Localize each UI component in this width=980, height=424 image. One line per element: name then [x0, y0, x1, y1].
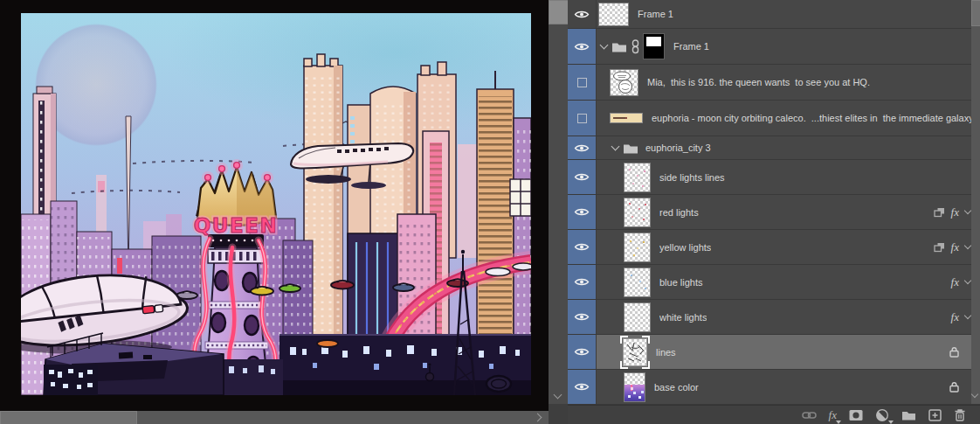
layer-thumbnail[interactable]: [624, 198, 651, 227]
selected-thumbnail-frame: [620, 336, 650, 369]
visibility-toggle[interactable]: [568, 230, 597, 264]
eye-icon: [574, 143, 590, 153]
chevron-down-icon[interactable]: [964, 207, 971, 214]
line-art-sketch: [624, 339, 646, 365]
folder-icon: [623, 142, 638, 154]
canvas-vertical-scrollbar[interactable]: [549, 0, 568, 404]
new-group-button[interactable]: [901, 409, 916, 421]
visibility-toggle[interactable]: [568, 335, 597, 369]
panel-scrollbar-thumb[interactable]: [971, 0, 980, 26]
layer-name[interactable]: blue lights: [659, 277, 703, 288]
eye-icon: [574, 242, 590, 252]
scroll-right-icon[interactable]: [534, 414, 542, 422]
layer-row-blue-lights[interactable]: blue lights fx: [568, 265, 980, 300]
fx-badge[interactable]: fx: [951, 205, 959, 219]
link-icon: [802, 410, 817, 421]
copy-style-icon[interactable]: [934, 242, 945, 253]
trash-icon: [954, 408, 966, 421]
queen-neon-sign: QUEEN: [194, 214, 278, 237]
new-layer-button[interactable]: [928, 409, 942, 421]
layer-name[interactable]: side lights lines: [659, 172, 725, 183]
layer-name[interactable]: lines: [656, 347, 676, 358]
sketch-doodle: [611, 70, 638, 95]
layer-thumbnail[interactable]: [623, 338, 647, 366]
app-window: QUEEN QUEEN: [0, 0, 980, 424]
layer-name[interactable]: euphoria - moon city orbiting caleco. ..…: [652, 113, 976, 123]
lock-icon[interactable]: [949, 381, 959, 393]
layer-row-lines-selected[interactable]: lines: [568, 335, 980, 370]
delete-layer-button[interactable]: [954, 408, 966, 421]
visibility-toggle[interactable]: [568, 65, 597, 100]
layer-thumbnail[interactable]: [624, 302, 651, 332]
layer-thumbnail[interactable]: [598, 3, 629, 26]
folder-icon: [901, 409, 916, 421]
mask-icon: [849, 409, 863, 421]
layer-row-frame1-group[interactable]: Frame 1: [568, 29, 980, 65]
layers-panel-scrollbar[interactable]: [971, 0, 980, 404]
layer-name[interactable]: euphoria_city 3: [645, 142, 711, 153]
adjustment-layer-button[interactable]: [875, 408, 889, 422]
artwork-canvas[interactable]: QUEEN QUEEN: [21, 13, 531, 395]
layer-row-side-lights-lines[interactable]: side lights lines: [568, 160, 980, 195]
chevron-down-icon[interactable]: [611, 142, 620, 151]
visibility-toggle[interactable]: [568, 370, 597, 404]
eye-icon: [574, 312, 590, 322]
visibility-toggle[interactable]: [568, 195, 597, 229]
layer-style-button[interactable]: fx: [829, 408, 837, 422]
v-scrollbar-thumb[interactable]: [549, 0, 569, 24]
plus-square-icon: [928, 409, 942, 421]
lock-icon[interactable]: [949, 346, 959, 358]
link-layers-button[interactable]: [802, 410, 817, 421]
eye-icon: [574, 207, 590, 217]
layers-panel: Frame 1 Frame 1: [568, 0, 980, 424]
city-illustration: QUEEN QUEEN: [21, 13, 531, 395]
layer-row-white-lights[interactable]: white lights fx: [568, 300, 980, 335]
layer-name[interactable]: base color: [654, 382, 699, 393]
chevron-down-icon[interactable]: [964, 277, 971, 284]
scroll-down-icon[interactable]: [554, 391, 562, 400]
eye-icon: [574, 277, 590, 287]
layers-panel-toolbar: fx: [568, 405, 980, 424]
add-mask-button[interactable]: [849, 409, 863, 421]
canvas-pasteboard[interactable]: QUEEN QUEEN: [0, 0, 549, 424]
eye-icon: [574, 347, 590, 357]
layer-row-mia-text[interactable]: Mia, this is 916. the queen wants to see…: [568, 65, 980, 101]
fx-badge[interactable]: fx: [951, 275, 959, 289]
layer-thumbnail[interactable]: [624, 163, 651, 192]
layer-thumbnail[interactable]: [624, 372, 645, 402]
visibility-toggle[interactable]: [568, 265, 597, 299]
layer-name[interactable]: red lights: [659, 207, 699, 218]
copy-style-icon[interactable]: [934, 207, 945, 218]
fx-badge[interactable]: fx: [951, 240, 959, 254]
eye-icon: [574, 10, 590, 19]
layer-row-yellow-lights[interactable]: yellow lights fx: [568, 230, 980, 265]
layer-row-red-lights[interactable]: red lights fx: [568, 195, 980, 230]
visibility-toggle[interactable]: [568, 29, 597, 64]
layer-row-euphoria-text[interactable]: euphoria - moon city orbiting caleco. ..…: [568, 101, 980, 136]
visibility-toggle[interactable]: [568, 160, 597, 194]
layer-thumbnail[interactable]: [624, 233, 651, 262]
layer-row-base-color[interactable]: base color: [568, 370, 980, 405]
layer-row-euphoria-city-group[interactable]: euphoria_city 3: [568, 136, 980, 160]
visibility-toggle[interactable]: [568, 0, 597, 28]
chevron-down-icon[interactable]: [600, 41, 609, 50]
layer-thumbnail[interactable]: [610, 69, 638, 96]
layer-name[interactable]: Frame 1: [673, 41, 709, 52]
scroll-down-icon[interactable]: [971, 391, 978, 398]
frame-mask-thumbnail[interactable]: [643, 33, 665, 59]
chevron-down-icon[interactable]: [964, 312, 971, 319]
visibility-toggle[interactable]: [568, 101, 597, 136]
visibility-toggle[interactable]: [568, 136, 597, 159]
layer-thumbnail[interactable]: [610, 113, 643, 123]
fx-badge[interactable]: fx: [951, 310, 959, 324]
canvas-horizontal-scrollbar[interactable]: [0, 411, 549, 424]
chevron-down-icon[interactable]: [964, 242, 971, 249]
layer-thumbnail[interactable]: [624, 268, 651, 297]
layer-row-frame1-top[interactable]: Frame 1: [568, 0, 980, 29]
layer-name[interactable]: white lights: [659, 312, 707, 323]
layer-name[interactable]: Frame 1: [638, 9, 673, 19]
layer-name[interactable]: yellow lights: [659, 242, 711, 253]
layer-name[interactable]: Mia, this is 916. the queen wants to see…: [647, 77, 870, 87]
h-scrollbar-thumb[interactable]: [0, 411, 137, 424]
visibility-toggle[interactable]: [568, 300, 597, 334]
